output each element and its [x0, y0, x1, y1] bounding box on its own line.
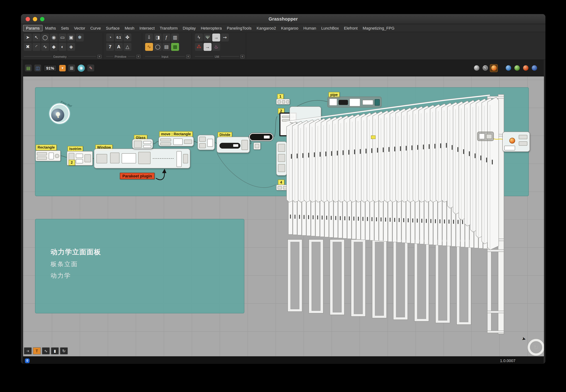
group-pipe[interactable]	[328, 97, 382, 108]
panel-white-large[interactable]	[289, 106, 321, 123]
menu-tab-panelingtools[interactable]: PanelingTools	[224, 25, 254, 31]
zoom-window-button[interactable]	[40, 17, 45, 21]
menu-tab-kangaroo[interactable]: Kangaroo	[279, 25, 301, 31]
petal-icon[interactable]: ✤	[123, 34, 131, 42]
script-icon[interactable]: ƒ	[163, 34, 170, 42]
gradient-icon[interactable]: ▥	[171, 34, 179, 42]
doc-orange-orb-icon[interactable]	[522, 64, 529, 71]
node-stack-one[interactable]	[276, 99, 290, 105]
ribbon-group-expand-button[interactable]: +	[97, 55, 102, 58]
doc-navy-orb-icon[interactable]	[531, 64, 538, 71]
group-divide[interactable]	[217, 137, 250, 153]
save-document-icon[interactable]: ◫	[34, 65, 41, 71]
sketch-brush-icon[interactable]: ✎	[87, 65, 94, 71]
menu-tab-intersect[interactable]: Intersect	[137, 25, 157, 31]
fit-view-icon[interactable]: ⊞	[68, 65, 75, 71]
panel-icon[interactable]: ▤	[163, 43, 170, 51]
titlebar[interactable]: Grasshopper	[21, 14, 545, 24]
import-icon[interactable]: ⇩	[145, 34, 153, 42]
graph-mapper-icon[interactable]: ∿	[145, 43, 153, 51]
jitter-icon[interactable]: ⇝	[221, 34, 229, 42]
polygon-icon[interactable]: △	[123, 43, 131, 51]
group-stack-strip[interactable]	[276, 141, 287, 176]
menu-tab-mesh[interactable]: Mesh	[122, 25, 137, 31]
group-label-rectangle[interactable]: Rectangle	[36, 145, 57, 150]
menu-tab-maths[interactable]: Maths	[43, 25, 59, 31]
circle-icon[interactable]: ◉	[50, 34, 58, 42]
zoom-level[interactable]: 91%	[44, 65, 57, 71]
arrow-through-icon[interactable]: →	[204, 43, 211, 51]
easy-ref-badge[interactable]: Easy Ref	[49, 103, 70, 125]
menu-tab-magnetizing_fpg[interactable]: Magnetizing_FPG	[360, 25, 397, 31]
group-right-b[interactable]	[503, 132, 530, 152]
menu-tab-curve[interactable]: Curve	[88, 25, 104, 31]
menu-tab-heteroptera[interactable]: Heteroptera	[198, 25, 224, 31]
minimize-window-button[interactable]	[33, 17, 37, 21]
zoom-dropdown-icon[interactable]: ▾	[59, 65, 66, 71]
panel-mini-icon[interactable]: ▮	[51, 347, 59, 354]
menu-tab-sets[interactable]: Sets	[59, 25, 72, 31]
ribbon-group-expand-button[interactable]: +	[240, 55, 245, 58]
group-window[interactable]	[94, 149, 190, 168]
preview-grey-orb-icon[interactable]	[473, 64, 480, 71]
menu-tab-human[interactable]: Human	[301, 25, 319, 31]
preview-disabled-orb-icon[interactable]: ∅	[481, 64, 489, 71]
expression-mini-icon[interactable]: -x	[24, 347, 32, 354]
gauge-icon[interactable]: ◔	[106, 34, 114, 42]
menu-tab-lunchbox[interactable]: LunchBox	[319, 25, 342, 31]
menu-tab-transform[interactable]: Transform	[157, 25, 180, 31]
index-label-two-mid[interactable]: 2	[69, 160, 75, 166]
group-move-rectangle[interactable]	[159, 136, 194, 146]
close-window-button[interactable]	[26, 17, 30, 21]
preview-eye-icon[interactable]: ◉	[78, 64, 85, 71]
menu-tab-params[interactable]: Params	[23, 25, 43, 31]
swatch-icon[interactable]: ▩	[171, 43, 179, 51]
canvas[interactable]: Easy Ref Rectangle Isotrim 2 Window	[23, 76, 544, 357]
menu-tab-elefront[interactable]: Elefront	[342, 25, 360, 31]
preview-shaded-orb-icon[interactable]	[490, 64, 497, 71]
arc-icon[interactable]: ◜	[32, 43, 40, 51]
sphere-icon[interactable]: ◐	[59, 43, 66, 51]
relay-icon[interactable]: ϟ	[195, 34, 203, 42]
knob-icon[interactable]: ◯	[154, 43, 162, 51]
number-icon[interactable]: 0.1	[115, 34, 123, 42]
menu-tab-kangaroo2[interactable]: Kangaroo2	[254, 25, 279, 31]
menu-tab-vector[interactable]: Vector	[72, 25, 88, 31]
status-badge-icon[interactable]: 0	[25, 358, 30, 363]
node-rectangle[interactable]	[35, 150, 61, 161]
group-mid[interactable]	[197, 135, 215, 150]
cherry-icon[interactable]: ⁂	[195, 43, 203, 51]
pan-arrow-icon[interactable]: ↖	[32, 34, 40, 42]
node-stack-four[interactable]	[276, 185, 292, 190]
group-right-a[interactable]	[477, 132, 494, 141]
arrow-right-icon[interactable]: →	[212, 34, 220, 42]
box-icon[interactable]: ▣	[67, 34, 75, 42]
plane-icon[interactable]: ▭	[59, 34, 66, 42]
tree-icon[interactable]: Ψ	[204, 34, 211, 42]
redraw-mini-icon[interactable]: ↻	[60, 347, 68, 354]
group-glass[interactable]	[132, 139, 153, 149]
toggle-icon[interactable]: ◨	[154, 34, 162, 42]
flask-icon[interactable]: ♨	[212, 43, 220, 51]
menu-tab-surface[interactable]: Surface	[104, 25, 122, 31]
pin-mini-icon[interactable]: T	[33, 347, 41, 354]
ribbon-group-expand-button[interactable]: +	[136, 55, 141, 58]
view-rotate-compass[interactable]: ↻	[528, 339, 544, 356]
mesh-icon[interactable]: ◈	[67, 43, 75, 51]
integer-icon[interactable]: 7	[106, 43, 114, 51]
menu-tab-display[interactable]: Display	[180, 25, 198, 31]
doc-blue-orb-icon[interactable]	[505, 64, 512, 71]
close-icon[interactable]: ✖	[24, 43, 32, 51]
ellipse-icon[interactable]: ◯	[41, 34, 49, 42]
select-arrow-icon[interactable]: ➤	[24, 34, 32, 42]
text-icon[interactable]: A	[115, 43, 123, 51]
snowflake-icon[interactable]: ❄	[76, 34, 84, 42]
doc-green-orb-icon[interactable]	[513, 64, 521, 71]
ribbon-group-expand-button[interactable]: +	[186, 55, 190, 58]
new-document-icon[interactable]: ▤	[25, 65, 32, 71]
wire-display-mini-icon[interactable]: ∿	[42, 347, 50, 354]
curve-icon[interactable]: ∿	[41, 43, 49, 51]
number-slider-pill[interactable]	[249, 133, 273, 141]
parakeet-plugin-label[interactable]: Parakeet plugin	[120, 173, 154, 179]
diamond-icon[interactable]: ◆	[50, 43, 58, 51]
